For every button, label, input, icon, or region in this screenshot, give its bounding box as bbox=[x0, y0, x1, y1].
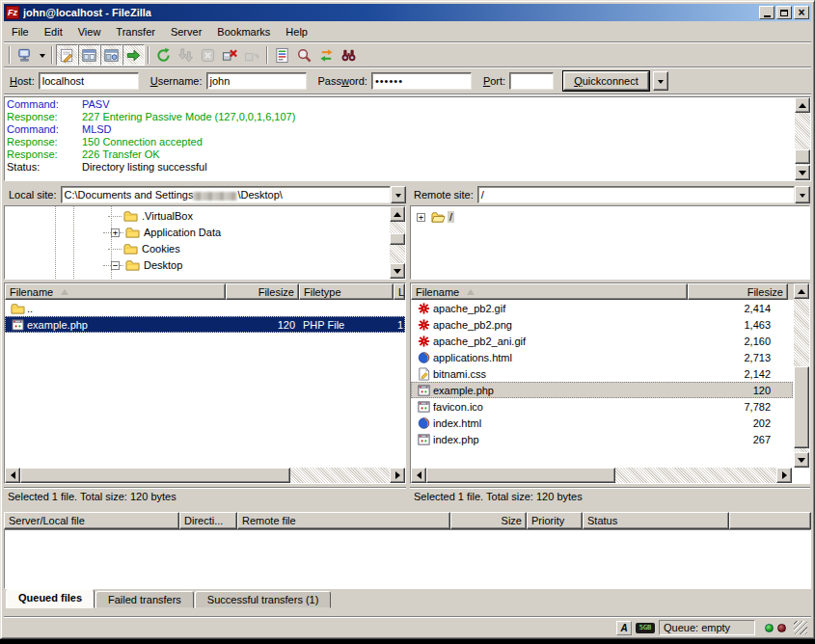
tree-item-desktop[interactable]: −Desktop bbox=[5, 257, 388, 273]
file-row-bitnami-css[interactable]: bitnami.css2,142 bbox=[411, 365, 793, 382]
file-row-apache_pb2_ani-gif[interactable]: apache_pb2_ani.gif2,160 bbox=[411, 333, 793, 349]
remote-path-dropdown[interactable] bbox=[795, 186, 810, 203]
scroll-left-button[interactable] bbox=[5, 468, 20, 483]
file-row-applications-html[interactable]: applications.html2,713 bbox=[411, 349, 793, 365]
scroll-right-button[interactable] bbox=[776, 468, 792, 483]
maximize-button[interactable] bbox=[776, 6, 792, 19]
port-input[interactable] bbox=[509, 72, 554, 90]
speed-limit-icon[interactable]: 5GB bbox=[636, 623, 655, 633]
file-row-index-php[interactable]: index.php267 bbox=[411, 431, 793, 447]
minimize-button[interactable] bbox=[759, 6, 774, 19]
remote-path-field[interactable]: / bbox=[477, 186, 795, 203]
file-row-apache_pb2-png[interactable]: apache_pb2.png1,463 bbox=[411, 316, 793, 333]
file-row-example-php[interactable]: example.php120 bbox=[411, 382, 793, 398]
queue-column-status[interactable]: Status bbox=[583, 512, 729, 529]
datatype-indicator[interactable]: A bbox=[616, 621, 632, 635]
expander-plus-icon[interactable]: + bbox=[417, 213, 425, 222]
tree-item-cookies[interactable]: Cookies bbox=[5, 241, 388, 256]
toggle-queue-button[interactable] bbox=[122, 44, 145, 66]
local-path-dropdown[interactable] bbox=[391, 186, 406, 203]
tab-failed-transfers[interactable]: Failed transfers bbox=[95, 591, 194, 608]
column-header-l[interactable]: L bbox=[394, 283, 405, 300]
remote-site-combo[interactable]: / bbox=[477, 186, 810, 203]
column-header-filesize[interactable]: Filesize bbox=[226, 283, 299, 300]
file-row-example-php[interactable]: example.php120PHP File1 bbox=[5, 316, 405, 333]
queue-column-spacer[interactable] bbox=[729, 512, 811, 529]
column-header-filename[interactable]: Filename bbox=[411, 283, 688, 300]
expander-plus-icon[interactable]: + bbox=[111, 228, 120, 237]
refresh-button[interactable] bbox=[152, 44, 175, 66]
resize-grip[interactable] bbox=[794, 621, 807, 634]
scroll-down-button[interactable] bbox=[390, 263, 405, 279]
queue-column-size[interactable]: Size bbox=[450, 512, 527, 529]
scroll-left-button[interactable] bbox=[411, 468, 426, 483]
scroll-thumb[interactable] bbox=[426, 468, 615, 483]
file-row-apache_pb2-gif[interactable]: apache_pb2.gif2,414 bbox=[411, 300, 793, 316]
menu-edit[interactable]: Edit bbox=[37, 24, 70, 40]
queue-column-priority[interactable]: Priority bbox=[527, 512, 583, 529]
menu-view[interactable]: View bbox=[70, 24, 109, 40]
tree-item-label: / bbox=[448, 211, 454, 223]
remote-hscrollbar[interactable] bbox=[411, 468, 792, 483]
local-tree-scrollbar[interactable] bbox=[390, 206, 405, 279]
scroll-thumb[interactable] bbox=[390, 233, 405, 245]
scroll-up-button[interactable] bbox=[795, 97, 810, 113]
filter-button[interactable] bbox=[271, 44, 293, 66]
column-header-filename[interactable]: Filename bbox=[5, 283, 226, 300]
tree-item-root[interactable]: +/ bbox=[417, 209, 454, 225]
local-path-field[interactable]: C:\Documents and Settings\Desktop\ bbox=[61, 186, 391, 203]
find-files-button[interactable] bbox=[338, 44, 360, 66]
queue-column-remote-file[interactable]: Remote file bbox=[237, 512, 450, 529]
scroll-up-button[interactable] bbox=[390, 206, 405, 222]
scroll-thumb[interactable] bbox=[794, 366, 809, 448]
menu-bookmarks[interactable]: Bookmarks bbox=[209, 24, 278, 40]
toggle-message-log-button[interactable] bbox=[56, 44, 78, 66]
compare-button[interactable] bbox=[293, 44, 315, 66]
file-row--[interactable]: .. bbox=[5, 300, 405, 316]
local-hscrollbar[interactable] bbox=[5, 468, 405, 483]
scroll-up-button[interactable] bbox=[794, 283, 809, 299]
quickconnect-dropdown[interactable] bbox=[653, 71, 668, 91]
log-scrollbar[interactable] bbox=[795, 97, 810, 180]
menu-file[interactable]: File bbox=[4, 24, 37, 40]
log-line-label: Response: bbox=[7, 148, 82, 161]
scroll-thumb[interactable] bbox=[795, 149, 810, 164]
column-header-filesize[interactable]: Filesize bbox=[688, 283, 788, 300]
sync-browse-button[interactable] bbox=[315, 44, 338, 66]
expander-minus-icon[interactable]: − bbox=[111, 261, 120, 270]
tree-item--virtualbox[interactable]: .VirtualBox bbox=[5, 208, 388, 224]
scroll-down-button[interactable] bbox=[795, 165, 810, 180]
menu-server[interactable]: Server bbox=[163, 24, 209, 40]
scroll-thumb[interactable] bbox=[20, 468, 290, 483]
menu-help[interactable]: Help bbox=[278, 24, 315, 40]
password-input[interactable]: •••••• bbox=[371, 72, 472, 90]
log-line-text: 227 Entering Passive Mode (127,0,0,1,6,1… bbox=[82, 111, 295, 122]
column-header-label: Remote file bbox=[242, 515, 296, 526]
site-manager-dropdown-button[interactable] bbox=[36, 44, 48, 66]
quickconnect-button[interactable]: Quickconnect bbox=[563, 71, 649, 91]
queue-column-server-local-file[interactable]: Server/Local file bbox=[4, 512, 179, 529]
file-row-favicon-ico[interactable]: favicon.ico7,782 bbox=[411, 398, 793, 415]
close-button[interactable]: × bbox=[794, 6, 809, 19]
file-size: 2,160 bbox=[688, 333, 774, 349]
toggle-remote-tree-button[interactable] bbox=[100, 44, 122, 66]
local-site-combo[interactable]: C:\Documents and Settings\Desktop\ bbox=[61, 186, 406, 203]
tab-successful-transfers-1-[interactable]: Successful transfers (1) bbox=[195, 591, 332, 608]
tab-queued-files[interactable]: Queued files bbox=[6, 589, 95, 608]
toggle-local-tree-button[interactable] bbox=[78, 44, 100, 66]
host-input[interactable]: localhost bbox=[39, 72, 139, 90]
disconnect-button[interactable] bbox=[219, 44, 241, 66]
toggle-local-tree-icon bbox=[81, 47, 97, 64]
remote-vscrollbar[interactable] bbox=[794, 283, 809, 468]
queue-column-directi-[interactable]: Directi... bbox=[179, 512, 237, 529]
site-manager-button[interactable] bbox=[14, 44, 36, 66]
scroll-right-button[interactable] bbox=[390, 468, 405, 483]
menu-transfer[interactable]: Transfer bbox=[108, 24, 163, 40]
tree-item-application-data[interactable]: +Application Data bbox=[5, 225, 388, 240]
username-input[interactable]: john bbox=[206, 72, 307, 90]
column-header-filetype[interactable]: Filetype bbox=[299, 283, 394, 300]
scroll-down-button[interactable] bbox=[794, 452, 809, 468]
recv-led-icon bbox=[765, 624, 774, 632]
file-name: index.html bbox=[433, 417, 481, 429]
file-row-index-html[interactable]: index.html202 bbox=[411, 415, 793, 431]
